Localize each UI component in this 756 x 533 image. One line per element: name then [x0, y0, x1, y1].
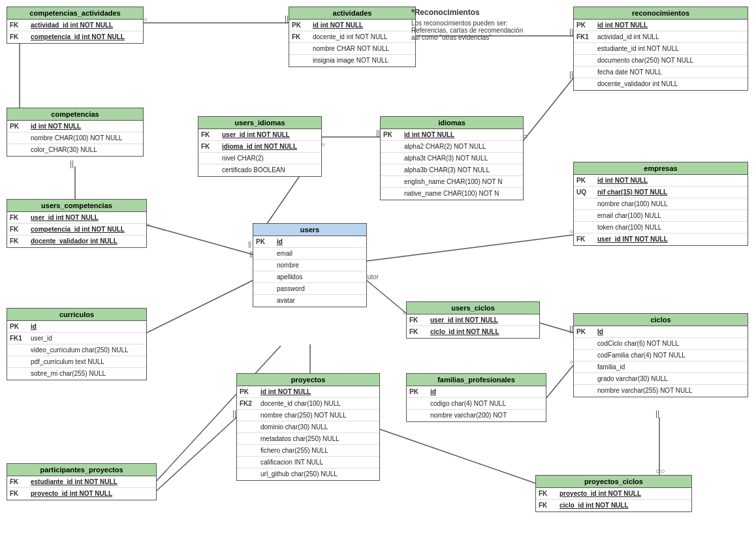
- row-content: user_id int NOT NULL: [31, 213, 99, 222]
- table-row: alpha3t CHAR(3) NOT NULL: [381, 153, 523, 164]
- row-content: ciclo_id int NOT NULL: [559, 501, 629, 510]
- row-content: codFamilia char(4) NOT NULL: [597, 351, 685, 359]
- svg-text:○: ○: [144, 16, 148, 23]
- row-content: calificacion INT NULL: [260, 458, 323, 466]
- table-row: PKid int NOT NULL: [289, 20, 415, 31]
- row-content: id: [31, 322, 37, 331]
- table-row: FKuser_id int NOT NULL: [407, 314, 539, 326]
- row-content: competencia_id int NOT NULL: [31, 33, 125, 41]
- svg-line-35: [546, 365, 573, 398]
- row-content: url_github char(250) NULL: [260, 470, 338, 478]
- table-row: certificado BOOLEAN: [198, 164, 321, 176]
- row-key: FK: [201, 142, 219, 151]
- table-row: nombre char(250) NOT NULL: [237, 410, 379, 421]
- row-key: PK: [292, 21, 310, 29]
- row-content: pdf_curriculum text NULL: [31, 358, 104, 366]
- table-row: nombre CHAR NOT NULL: [289, 43, 415, 55]
- annotation-line-3: así como "otras evidencias": [411, 34, 523, 41]
- row-content: nombre varchar(255) NOT NULL: [597, 386, 692, 395]
- row-content: fichero char(255) NULL: [260, 446, 328, 455]
- table-header-competencias_actividades: competencias_actividades: [7, 7, 143, 20]
- row-content: nombre: [277, 261, 299, 269]
- svg-line-22: [540, 323, 573, 333]
- row-content: id: [430, 388, 436, 396]
- table-row: FKactividad_id int NOT NULL: [7, 20, 143, 31]
- table-row: apellidos: [253, 271, 366, 283]
- annotation-line-2: Referencias, cartas de recomendación: [411, 27, 523, 34]
- row-content: actividad_id int NULL: [597, 33, 659, 41]
- annotation-box: *Reconocimientos Los reconocimientos pue…: [411, 8, 523, 41]
- table-row: url_github char(250) NULL: [237, 468, 379, 480]
- annotation-title: *Reconocimientos: [411, 8, 523, 17]
- row-content: nombre CHAR(100) NOT NULL: [31, 134, 122, 142]
- table-row: nombre char(100) NULL: [574, 198, 748, 210]
- row-content: alpha2 CHAR(2) NOT NULL: [404, 142, 486, 151]
- table-row: alpha3b CHAR(3) NOT NULL: [381, 164, 523, 176]
- table-row: FKproyecto_id int NOT NULL: [7, 488, 156, 500]
- table-participantes_proyectos: participantes_proyectosFKestudiante_id i…: [7, 463, 157, 500]
- row-content: ciclo_id int NOT NULL: [430, 327, 499, 336]
- table-row: PKid int NOT NULL: [237, 386, 379, 398]
- table-row: nombre: [253, 260, 366, 271]
- row-key: FK: [10, 213, 28, 222]
- table-row: PKId: [574, 326, 748, 338]
- table-users_competencias: users_competenciasFKuser_id int NOT NULL…: [7, 199, 147, 248]
- table-row: FKciclo_id int NOT NULL: [536, 500, 691, 511]
- row-content: video_curriculum char(250) NULL: [31, 346, 129, 354]
- svg-line-46: [157, 418, 236, 491]
- table-header-proyectos_ciclos: proyectos_ciclos: [536, 476, 691, 488]
- table-row: FKidioma_id int NOT NULL: [198, 141, 321, 153]
- table-row: estudiante_id int NOT NULL: [574, 43, 748, 55]
- table-row: codigo char(4) NOT NULL: [407, 398, 546, 410]
- table-row: video_curriculum char(250) NULL: [7, 344, 146, 356]
- row-content: email: [277, 249, 292, 258]
- row-content: codCiclo char(6) NOT NULL: [597, 339, 679, 348]
- table-header-actividades: actividades: [289, 7, 415, 20]
- table-header-familias_profesionales: familias_profesionales: [407, 374, 546, 386]
- table-familias_profesionales: familias_profesionalesPKidcodigo char(4)…: [406, 373, 546, 422]
- table-row: PKid int NOT NULL: [381, 129, 523, 141]
- table-row: FK1actividad_id int NULL: [574, 31, 748, 43]
- table-row: PKid int NOT NULL: [574, 175, 748, 187]
- table-row: FKciclo_id int NOT NULL: [407, 326, 539, 338]
- table-row: nombre varchar(255) NOT NULL: [574, 385, 748, 397]
- table-row: dominio char(30) NULL: [237, 421, 379, 433]
- table-row: alpha2 CHAR(2) NOT NULL: [381, 141, 523, 153]
- row-content: Id: [597, 327, 603, 336]
- table-row: grado varchar(30) NULL: [574, 373, 748, 385]
- row-key: FK2: [240, 399, 258, 408]
- table-row: PKid int NOT NULL: [7, 121, 143, 132]
- svg-line-15: [147, 225, 253, 254]
- diagram-container: ○ || ○ || || ○ || ○ ○ || || ○ tutor ○ ||…: [0, 0, 756, 533]
- row-content: docente_id int NOT NULL: [313, 33, 387, 41]
- table-row: native_name CHAR(100) NOT N: [381, 188, 523, 200]
- row-key: FK: [409, 316, 428, 324]
- row-content: id: [277, 237, 283, 246]
- row-key: FK1: [10, 334, 28, 343]
- row-content: nombre CHAR NOT NULL: [313, 44, 389, 53]
- row-content: alpha3b CHAR(3) NOT NULL: [404, 166, 490, 174]
- row-content: native_name CHAR(100) NOT N: [404, 189, 499, 198]
- table-header-proyectos: proyectos: [237, 374, 379, 386]
- table-users_idiomas: users_idiomasFKuser_id int NOT NULLFKidi…: [198, 116, 322, 177]
- table-idiomas: idiomasPKid int NOT NULLalpha2 CHAR(2) N…: [380, 116, 524, 200]
- row-content: user_id int NOT NULL: [430, 316, 498, 324]
- row-content: password: [277, 284, 305, 293]
- table-header-users_competencias: users_competencias: [7, 200, 146, 212]
- table-row: PKid: [407, 386, 546, 398]
- svg-text:○○: ○○: [655, 466, 665, 476]
- row-key: FK1: [576, 33, 595, 41]
- table-row: PKid: [7, 321, 146, 333]
- row-content: nivel CHAR(2): [222, 154, 264, 162]
- row-content: id int NOT NULL: [597, 176, 648, 185]
- row-key: PK: [576, 176, 595, 185]
- table-header-users_ciclos: users_ciclos: [407, 302, 539, 314]
- row-key: FK: [409, 327, 428, 336]
- table-header-curriculos: curriculos: [7, 309, 146, 321]
- row-key: FK: [10, 489, 28, 498]
- row-content: familia_id: [597, 363, 625, 371]
- table-row: calificacion INT NULL: [237, 457, 379, 468]
- row-content: estudiante_id int NOT NULL: [597, 44, 679, 53]
- table-row: documento char(250) NOT NULL: [574, 55, 748, 67]
- svg-line-18: [147, 281, 253, 333]
